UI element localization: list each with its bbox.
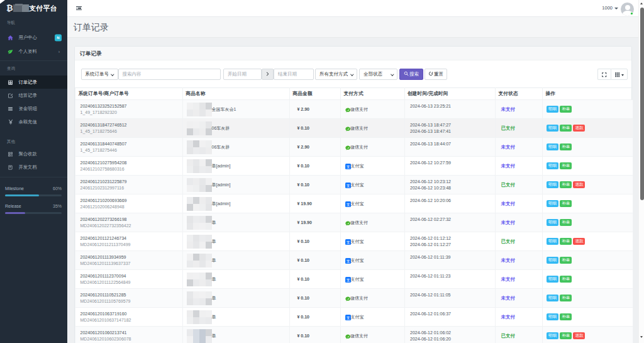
svg-text:支: 支 [346,183,350,188]
svg-text:支: 支 [346,259,350,263]
svg-text:支: 支 [346,240,350,244]
svg-text:支: 支 [346,315,350,320]
svg-text:支: 支 [346,164,350,169]
svg-text:支: 支 [346,278,350,282]
svg-text:支: 支 [346,202,350,206]
